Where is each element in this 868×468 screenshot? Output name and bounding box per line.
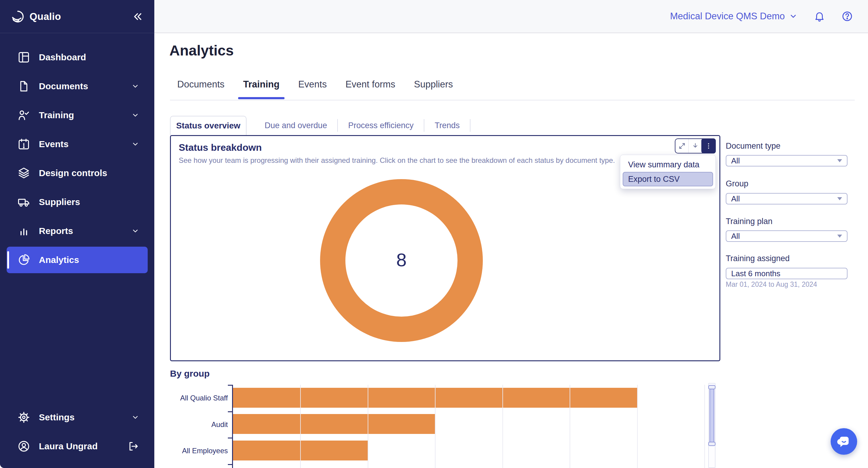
sidebar-item-label: Dashboard <box>39 52 86 62</box>
document-type-value: All <box>731 156 740 166</box>
gridline <box>435 385 435 468</box>
topbar: Medical Device QMS Demo <box>154 0 868 33</box>
sidebar-item-label: Settings <box>39 412 74 422</box>
select-caret-icon <box>837 235 842 238</box>
tab-event-forms[interactable]: Event forms <box>345 79 395 98</box>
app-root: Qualio Dashboard <box>0 0 868 468</box>
chart-options-menu: View summary data Export to CSV <box>620 155 716 189</box>
gridline <box>569 385 570 468</box>
chat-bubble-icon <box>837 435 851 448</box>
axis-tick <box>228 385 232 386</box>
expand-icon <box>678 142 686 150</box>
status-donut-chart[interactable]: 8 <box>320 179 483 342</box>
subtab-due-and-overdue[interactable]: Due and overdue <box>254 121 337 130</box>
gear-icon <box>17 411 30 424</box>
truck-icon <box>17 196 30 209</box>
status-breakdown-card: Status breakdown See how your team is pr… <box>170 135 720 361</box>
group-select[interactable]: All <box>726 193 847 204</box>
donut-center-value: 8 <box>320 249 483 270</box>
chevron-down-icon <box>131 82 139 90</box>
chart-scrollbar-thumb[interactable] <box>710 386 714 445</box>
sidebar-item-label: Training <box>39 110 74 120</box>
group-value: All <box>731 194 740 204</box>
subtab-trends[interactable]: Trends <box>424 121 470 130</box>
qualio-logo: Qualio <box>11 10 61 24</box>
sidebar-item-reports[interactable]: Reports <box>7 218 148 244</box>
document-type-select[interactable]: All <box>726 155 847 167</box>
calendar-alert-icon <box>17 138 30 151</box>
gridline <box>637 385 638 468</box>
tab-suppliers[interactable]: Suppliers <box>414 79 453 98</box>
chevron-down-icon <box>131 140 139 148</box>
chart-scrollbar[interactable] <box>708 383 715 468</box>
by-group-bar-chart <box>232 385 708 468</box>
dashboard-icon <box>17 51 30 64</box>
menu-item-export-to-csv[interactable]: Export to CSV <box>623 172 713 186</box>
sidebar-item-suppliers[interactable]: Suppliers <box>7 189 148 215</box>
training-assigned-input[interactable]: Last 6 months <box>726 268 847 279</box>
gridline <box>704 385 705 468</box>
card-actions <box>675 138 716 153</box>
by-group-title: By group <box>170 369 210 379</box>
select-caret-icon <box>837 197 842 200</box>
axis-tick <box>228 438 232 438</box>
subtab-status-overview[interactable]: Status overview <box>170 116 247 135</box>
sidebar: Qualio Dashboard <box>0 0 154 468</box>
chevron-down-icon <box>131 413 139 421</box>
training-plan-label: Training plan <box>726 217 772 226</box>
collapse-sidebar-icon[interactable] <box>132 11 144 22</box>
tab-documents[interactable]: Documents <box>177 79 224 98</box>
gridline <box>368 385 368 468</box>
menu-item-view-summary-data[interactable]: View summary data <box>623 157 713 172</box>
page-title: Analytics <box>169 42 234 59</box>
tab-training[interactable]: Training <box>243 79 280 98</box>
main-tabs: Documents Training Events Event forms Su… <box>177 79 453 98</box>
bar-chart-icon <box>17 224 30 238</box>
sidebar-item-events[interactable]: Events <box>7 131 148 157</box>
training-assigned-label: Training assigned <box>726 254 789 263</box>
bar-category-label: All Employees <box>170 447 228 455</box>
axis-tick <box>228 411 232 412</box>
org-switcher[interactable]: Medical Device QMS Demo <box>670 11 798 22</box>
gridline <box>300 385 301 468</box>
training-assigned-range: Mar 01, 2024 to Aug 31, 2024 <box>726 281 817 289</box>
sidebar-item-analytics[interactable]: Analytics <box>7 247 148 273</box>
chevron-down-icon <box>131 111 139 119</box>
bar-category-label: Audit <box>170 420 228 429</box>
person-check-icon <box>17 109 30 122</box>
document-type-label: Document type <box>726 141 781 151</box>
download-chart-button[interactable] <box>689 139 702 153</box>
chart-more-options-button[interactable] <box>701 138 716 153</box>
qualio-logo-icon <box>11 10 25 24</box>
sidebar-item-label: Design controls <box>39 168 107 178</box>
group-label: Group <box>726 179 748 188</box>
help-icon[interactable] <box>841 10 853 22</box>
sidebar-item-documents[interactable]: Documents <box>7 73 148 99</box>
subtabs: Due and overdue Process efficiency Trend… <box>254 116 470 135</box>
sidebar-item-user[interactable]: Laura Ungrad <box>7 433 148 460</box>
sidebar-item-dashboard[interactable]: Dashboard <box>7 44 148 70</box>
tabs-divider <box>170 100 855 100</box>
training-assigned-value: Last 6 months <box>731 269 780 278</box>
sidebar-item-settings[interactable]: Settings <box>7 404 148 431</box>
sidebar-header: Qualio <box>0 0 154 33</box>
chat-launcher-button[interactable] <box>831 428 857 455</box>
logout-icon[interactable] <box>127 440 139 452</box>
sidebar-item-label: Events <box>39 139 68 149</box>
training-plan-value: All <box>731 232 740 241</box>
sidebar-nav: Dashboard Documents <box>0 33 154 275</box>
training-plan-select[interactable]: All <box>726 230 847 242</box>
tab-events[interactable]: Events <box>298 79 327 98</box>
sidebar-item-training[interactable]: Training <box>7 102 148 128</box>
subtab-divider <box>470 119 470 132</box>
sidebar-item-design-controls[interactable]: Design controls <box>7 160 148 186</box>
bar-audit[interactable] <box>233 414 435 434</box>
expand-chart-button[interactable] <box>675 139 689 153</box>
notifications-bell-icon[interactable] <box>814 10 825 22</box>
subtab-process-efficiency[interactable]: Process efficiency <box>338 121 424 130</box>
org-name: Medical Device QMS Demo <box>670 11 785 22</box>
user-circle-icon <box>17 440 30 453</box>
user-name: Laura Ungrad <box>39 441 98 451</box>
kebab-menu-icon <box>705 142 712 150</box>
sidebar-item-label: Analytics <box>39 255 79 265</box>
